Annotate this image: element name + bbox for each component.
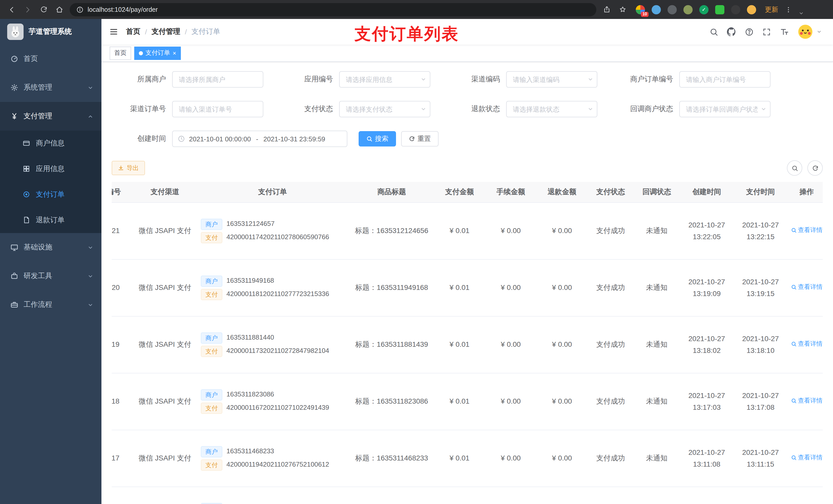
browser-home-button[interactable] <box>54 4 65 15</box>
app-logo[interactable]: 芋道管理系统 <box>0 19 101 45</box>
cell-refund: ¥ 0.00 <box>537 259 588 316</box>
filter-row-1: 所属商户 应用编号 渠道编码 <box>112 71 823 88</box>
refund-status-select[interactable] <box>506 101 597 117</box>
cell-title <box>349 486 434 504</box>
sidebar-item-label: 支付订单 <box>36 190 93 199</box>
browser-back-button[interactable] <box>6 4 18 15</box>
sidebar-item-system[interactable]: 系统管理 <box>0 73 101 102</box>
yen-icon <box>10 112 19 120</box>
chevron-down-icon[interactable] <box>799 10 804 16</box>
export-button[interactable]: 导出 <box>112 161 145 175</box>
table-row[interactable]: 121 微信 JSAPI 支付 商户 1635312124657 支付 4200… <box>112 202 823 259</box>
sidebar-item-workflow[interactable]: 工作流程 <box>0 290 101 319</box>
view-detail-link[interactable]: 查看详情 <box>791 225 823 235</box>
extension-icon[interactable]: ✓ <box>699 5 709 14</box>
cell-fee <box>485 486 537 504</box>
create-time-range-picker[interactable]: 2021-10-01 00:00:00 - 2021-10-31 23:59:5… <box>172 130 347 147</box>
cell-channel: 微信 JSAPI 支付 <box>134 373 196 430</box>
cell-id: 116 <box>112 486 134 504</box>
extension-icon[interactable] <box>747 5 756 14</box>
cell-paid-time: 2021-10-27 13:11:15 <box>734 430 787 486</box>
browser-forward-button[interactable] <box>22 4 33 15</box>
channel-order-no-input[interactable] <box>172 101 263 117</box>
table-row[interactable]: 116 商户 1635311051786 支付 查看详情 <box>112 486 823 504</box>
cell-title: 标题：1635311881439 <box>349 316 434 373</box>
reset-button[interactable]: 重置 <box>401 131 438 146</box>
sidebar-item-label: 退款订单 <box>36 216 93 225</box>
pay-order-no: 4200001174202110278060590766 <box>227 232 329 243</box>
table-row[interactable]: 117 微信 JSAPI 支付 商户 1635311468233 支付 4200… <box>112 430 823 486</box>
merchant-tag: 商户 <box>201 446 222 457</box>
column-header: 操作 <box>787 182 823 202</box>
table-row[interactable]: 119 微信 JSAPI 支付 商户 1635311881440 支付 4200… <box>112 316 823 373</box>
close-icon[interactable]: × <box>173 50 176 56</box>
tab-pay-orders[interactable]: 支付订单 × <box>134 46 181 60</box>
merchant-input[interactable] <box>172 71 263 88</box>
table-refresh-button[interactable] <box>807 160 823 176</box>
filter-label: 应用编号 <box>279 75 339 84</box>
tab-home[interactable]: 首页 <box>110 46 131 60</box>
search-button[interactable]: 搜索 <box>359 131 396 146</box>
view-detail-link[interactable]: 查看详情 <box>791 396 823 406</box>
breadcrumb-pay-management[interactable]: 支付管理 <box>152 27 180 37</box>
app-select[interactable] <box>339 71 430 88</box>
view-detail-link[interactable]: 查看详情 <box>791 282 823 292</box>
fullscreen-icon[interactable] <box>762 27 771 36</box>
view-detail-link[interactable]: 查看详情 <box>791 339 823 349</box>
sidebar-item-dev-tools[interactable]: 研发工具 <box>0 262 101 290</box>
cell-created-time: 2021-10-27 13:17:03 <box>680 373 734 430</box>
hamburger-icon[interactable] <box>101 27 126 37</box>
merchant-tag: 商户 <box>201 275 222 287</box>
help-icon[interactable] <box>745 27 754 36</box>
cell-pay-order: 商户 1635311949168 支付 42000011812021102777… <box>196 259 349 316</box>
dashboard-icon <box>10 55 19 63</box>
table-row[interactable]: 118 微信 JSAPI 支付 商户 1635311823086 支付 4200… <box>112 373 823 430</box>
sidebar-item-label: 商户信息 <box>36 139 93 148</box>
extension-icon[interactable]: 10 <box>636 5 645 14</box>
browser-menu-icon[interactable] <box>783 4 794 15</box>
bookmark-star-icon[interactable] <box>617 4 628 15</box>
cell-amount <box>434 486 485 504</box>
cell-actions: 查看详情 <box>787 316 823 373</box>
github-icon[interactable] <box>727 27 736 37</box>
breadcrumb-home[interactable]: 首页 <box>126 27 140 37</box>
column-header: 支付状态 <box>588 182 634 202</box>
extension-icon[interactable] <box>731 5 740 14</box>
view-detail-link[interactable]: 查看详情 <box>791 453 823 462</box>
browser-update-button[interactable]: 更新 <box>765 5 778 14</box>
pay-status-select[interactable] <box>339 101 430 117</box>
column-header: 编号 <box>112 182 134 202</box>
site-info-icon[interactable] <box>76 6 84 13</box>
sidebar-item-app-info[interactable]: 应用信息 <box>0 156 101 182</box>
extension-icon[interactable] <box>668 5 677 14</box>
search-icon[interactable] <box>710 27 718 36</box>
share-icon[interactable] <box>601 4 612 15</box>
extension-icon[interactable] <box>684 5 693 14</box>
merchant-order-no: 1635311468233 <box>227 446 274 457</box>
notify-status-select[interactable] <box>679 101 770 117</box>
sidebar-item-refund-orders[interactable]: 退款订单 <box>0 208 101 233</box>
table-header-row: 编号支付渠道支付订单商品标题支付金额手续金额退款金额支付状态回调状态创建时间支付… <box>112 182 823 202</box>
chevron-down-icon <box>88 245 93 250</box>
browser-reload-button[interactable] <box>38 4 49 15</box>
font-size-icon[interactable] <box>780 27 789 37</box>
user-menu[interactable] <box>798 24 822 40</box>
sidebar-item-merchant-info[interactable]: 商户信息 <box>0 130 101 156</box>
table-body: 121 微信 JSAPI 支付 商户 1635312124657 支付 4200… <box>112 202 823 504</box>
extension-icon[interactable] <box>715 5 724 14</box>
filter-label: 退款状态 <box>446 104 506 114</box>
sidebar-item-infrastructure[interactable]: 基础设施 <box>0 233 101 262</box>
filter-label: 回调商户状态 <box>613 104 679 114</box>
extension-icon[interactable] <box>652 5 661 14</box>
address-bar[interactable]: localhost:1024/pay/order <box>70 3 596 16</box>
sidebar-item-payment[interactable]: 支付管理 <box>0 102 101 130</box>
table-row[interactable]: 120 微信 JSAPI 支付 商户 1635311949168 支付 4200… <box>112 259 823 316</box>
sidebar-item-pay-orders[interactable]: 支付订单 <box>0 182 101 208</box>
channel-code-select[interactable] <box>506 71 597 88</box>
table-search-toggle-button[interactable] <box>787 160 802 176</box>
merchant-order-no-input[interactable] <box>679 71 770 88</box>
sidebar-item-home[interactable]: 首页 <box>0 45 101 73</box>
table-toolbar: 导出 <box>112 160 823 176</box>
cell-channel: 微信 JSAPI 支付 <box>134 202 196 259</box>
browser-chrome: localhost:1024/pay/order 10 ✓ 更新 <box>0 0 833 19</box>
